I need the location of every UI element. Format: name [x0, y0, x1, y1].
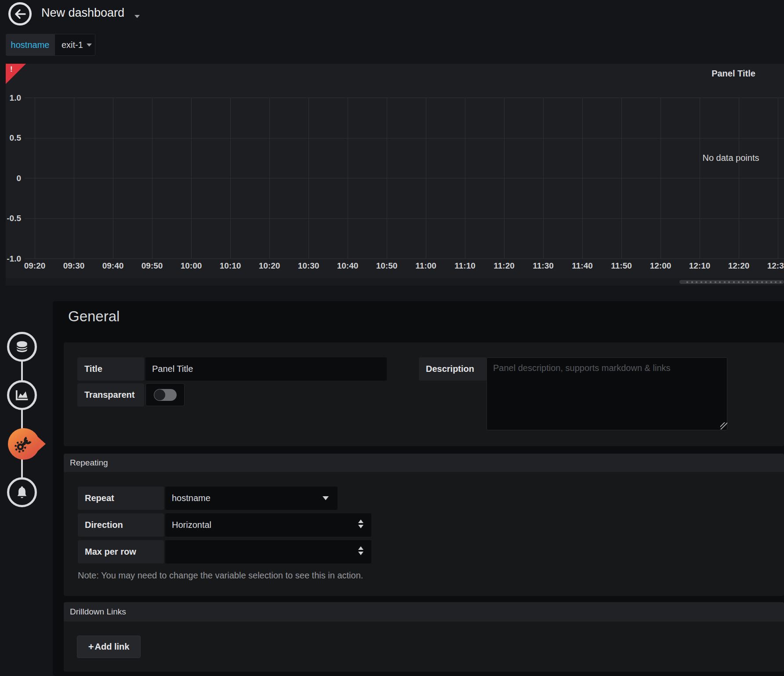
- gridline-vertical: [543, 98, 544, 258]
- gridline-vertical: [348, 98, 348, 258]
- x-axis-label: 11:50: [602, 261, 641, 271]
- gridline-vertical: [661, 98, 661, 258]
- gridline-vertical: [465, 98, 465, 258]
- select-spinner-icon: [358, 520, 363, 528]
- repeating-section: Repeating Repeat hostname Direction Hori…: [64, 454, 784, 596]
- horizontal-scrollbar[interactable]: [679, 280, 784, 284]
- x-axis-label: 10:20: [250, 261, 289, 271]
- tab-connector-line: [21, 360, 23, 382]
- x-axis-label: 10:10: [211, 261, 250, 271]
- bell-icon: [14, 484, 30, 501]
- gridline-horizontal: [25, 258, 784, 259]
- chevron-down-icon[interactable]: [134, 15, 140, 18]
- x-axis-label: 11:20: [484, 261, 524, 271]
- x-axis-label: 10:50: [367, 261, 407, 271]
- gridline-vertical: [230, 98, 231, 258]
- dashboard-title[interactable]: New dashboard: [41, 6, 124, 20]
- y-axis-label: 0.5: [6, 134, 21, 142]
- graph-icon: [12, 385, 32, 405]
- panel-footer-strip: [6, 278, 784, 286]
- x-axis-label: 09:20: [15, 261, 54, 271]
- repeating-note: Note: You may need to change the variabl…: [78, 571, 363, 581]
- max-per-row-select[interactable]: [165, 540, 371, 563]
- gridline-horizontal: [25, 138, 784, 138]
- transparent-toggle[interactable]: [145, 383, 185, 406]
- variable-value-dropdown[interactable]: exit-1: [54, 34, 95, 56]
- x-axis-label: 11:00: [406, 261, 446, 271]
- tab-page-title: General: [68, 308, 120, 325]
- gridline-vertical: [621, 98, 622, 258]
- toggle-track: [154, 389, 177, 401]
- graph-panel: ! Panel Title No data points 1.00.50-0.5…: [6, 64, 784, 286]
- chevron-down-icon: [87, 44, 92, 47]
- description-field-label: Description: [419, 357, 486, 381]
- tab-connector-line: [21, 409, 23, 429]
- gridline-vertical: [309, 98, 309, 258]
- gridline-vertical: [74, 98, 74, 258]
- gridline-vertical: [700, 98, 700, 258]
- direction-select[interactable]: Horizontal: [165, 513, 371, 537]
- drilldown-section: Drilldown Links + Add link: [64, 602, 784, 672]
- tab-metrics[interactable]: [7, 332, 37, 362]
- gear-wrench-icon: [13, 433, 34, 454]
- x-axis-label: 12:00: [641, 261, 680, 271]
- repeat-dropdown[interactable]: hostname: [165, 487, 338, 510]
- general-options-box: Title Panel Title Transparent Descriptio…: [64, 342, 784, 446]
- variable-name: hostname: [6, 34, 54, 56]
- gridline-vertical: [387, 98, 387, 258]
- gridline-vertical: [739, 98, 739, 258]
- tab-connector-line: [21, 458, 23, 479]
- gridline-horizontal: [25, 218, 784, 219]
- description-textarea[interactable]: [486, 357, 727, 430]
- x-axis-label: 12:20: [719, 261, 759, 271]
- y-axis-label: 1.0: [6, 94, 21, 102]
- repeat-field-label: Repeat: [78, 487, 164, 510]
- back-button[interactable]: [8, 2, 32, 25]
- gridline-vertical: [504, 98, 505, 258]
- panel-editor: General Title Panel Title Transparent De…: [53, 301, 784, 676]
- gridline-vertical: [778, 98, 778, 258]
- gridline-vertical: [426, 98, 426, 258]
- title-field-label: Title: [77, 357, 144, 381]
- tab-general[interactable]: [8, 428, 40, 460]
- variable-value: exit-1: [62, 40, 83, 50]
- panel-error-corner[interactable]: [6, 64, 26, 84]
- x-axis-label: 12:30: [758, 261, 784, 271]
- resize-handle-icon[interactable]: [720, 422, 727, 429]
- gridline-vertical: [152, 98, 152, 258]
- tab-alert[interactable]: [7, 477, 37, 507]
- x-axis-label: 10:30: [289, 261, 328, 271]
- no-data-text: No data points: [680, 153, 781, 163]
- x-axis-label: 11:30: [523, 261, 563, 271]
- select-spinner-icon: [358, 546, 363, 555]
- gridline-vertical: [269, 98, 270, 258]
- chevron-down-icon: [323, 496, 329, 500]
- x-axis-label: 10:40: [328, 261, 367, 271]
- gridline-vertical: [113, 98, 113, 258]
- gridline-vertical: [191, 98, 192, 258]
- x-axis-label: 12:10: [680, 261, 719, 271]
- direction-field-label: Direction: [78, 513, 164, 537]
- scrollbar-dots: [686, 281, 781, 283]
- max-per-row-field-label: Max per row: [78, 540, 164, 563]
- panel-title[interactable]: Panel Title: [687, 69, 780, 79]
- x-axis-label: 09:50: [132, 261, 172, 271]
- repeating-heading: Repeating: [64, 454, 784, 472]
- gridline-vertical: [582, 98, 583, 258]
- panel-error-icon: !: [10, 65, 13, 74]
- gridline-vertical: [35, 98, 35, 258]
- x-axis-label: 09:40: [93, 261, 133, 271]
- x-axis-label: 11:40: [563, 261, 602, 271]
- y-axis-label: 0: [6, 174, 21, 182]
- arrow-left-icon: [14, 7, 27, 21]
- x-axis-label: 11:10: [445, 261, 485, 271]
- database-icon: [14, 338, 30, 355]
- y-axis-label: -0.5: [6, 214, 21, 222]
- gridline-horizontal: [25, 98, 784, 98]
- title-input[interactable]: Panel Title: [145, 357, 387, 381]
- add-link-button[interactable]: + Add link: [77, 636, 141, 658]
- drilldown-heading: Drilldown Links: [64, 602, 784, 621]
- toggle-knob: [154, 389, 165, 400]
- tab-display[interactable]: [7, 380, 37, 410]
- x-axis-label: 09:30: [54, 261, 94, 271]
